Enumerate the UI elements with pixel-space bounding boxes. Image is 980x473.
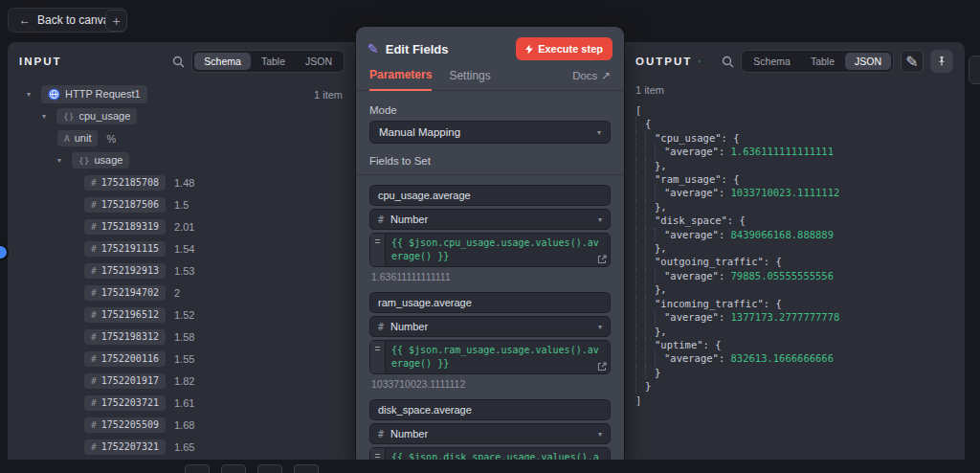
schema-number-row[interactable]: # 1752192913 1.53 (8, 259, 356, 282)
number-type-icon: # (91, 442, 97, 452)
pager-button[interactable] (185, 464, 210, 473)
value-text: 1.5 (174, 199, 189, 211)
input-number-rows: # 1752185708 1.48 # 1752187506 1.5 # 175… (8, 171, 356, 456)
output-title: OUTPUT (635, 56, 692, 67)
json-line: "average": 8439066168.888889 (635, 228, 953, 241)
schema-string-row[interactable]: A unit % (8, 127, 356, 149)
value-text: 1.58 (174, 331, 194, 343)
expression-code[interactable]: {{ $json.cpu_usage.usage.values().averag… (386, 234, 610, 266)
pager-button[interactable] (221, 464, 246, 473)
expression-editor[interactable]: = {{ $json.disk_space.usage.values().ave… (369, 447, 611, 460)
json-view[interactable]: [ { "cpu_usage": { "average": 1.63611111… (624, 103, 965, 407)
timestamp-key: 1752203721 (101, 398, 159, 408)
output-panel: OUTPUT i Schema Table JSON ✎ (624, 42, 965, 460)
number-type-icon: # (91, 178, 97, 188)
field-name-input[interactable]: ram_usage.average (369, 292, 611, 313)
schema-number-row[interactable]: # 1752191115 1.54 (8, 237, 356, 259)
schema-number-row[interactable]: # 1752194702 2 (8, 282, 356, 304)
field-name-input[interactable]: disk_space.average (369, 399, 611, 420)
schema-number-row[interactable]: # 1752203721 1.61 (8, 392, 356, 414)
node-header: ✎ Edit Fields Execute step (356, 27, 624, 65)
expression-code[interactable]: {{ $json.disk_space.usage.values().avera… (386, 448, 610, 460)
key-pill: {} usage (72, 152, 129, 169)
output-tab-json[interactable]: JSON (845, 53, 891, 70)
key-pill: # 1752200116 (84, 351, 166, 367)
bottom-strip (0, 460, 980, 473)
tab-parameters[interactable]: Parameters (369, 68, 432, 91)
mode-label: Mode (369, 104, 611, 116)
field-type-select[interactable]: # Number ▾ (369, 316, 611, 337)
timestamp-key: 1752200116 (101, 354, 159, 364)
tab-settings[interactable]: Settings (449, 69, 490, 90)
chevron-down-icon[interactable]: ▾ (57, 156, 66, 165)
schema-number-row[interactable]: # 1752198312 1.58 (8, 326, 356, 348)
schema-number-row[interactable]: # 1752205509 1.68 (8, 414, 356, 436)
json-line: }, (635, 159, 953, 172)
info-icon[interactable]: i (707, 55, 709, 68)
input-tab-json[interactable]: JSON (296, 53, 342, 70)
field-type-select[interactable]: # Number ▾ (369, 423, 611, 444)
key-pill: # 1752207321 (84, 439, 166, 455)
timestamp-key: 1752187506 (101, 200, 159, 210)
field-card: ram_usage.average # Number ▾ = {{ $json.… (369, 292, 611, 390)
json-line: "ram_usage": { (635, 172, 953, 186)
schema-number-row[interactable]: # 1752207321 1.65 (8, 436, 356, 456)
pager-button[interactable] (257, 464, 282, 473)
schema-number-row[interactable]: # 1752189319 2.01 (8, 215, 356, 237)
execute-step-button[interactable]: Execute step (516, 37, 612, 60)
schema-number-row[interactable]: # 1752200116 1.55 (8, 348, 356, 370)
pager-button[interactable] (294, 464, 319, 473)
field-name-input[interactable]: cpu_usage.average (369, 185, 611, 206)
expression-code[interactable]: {{ $json.ram_usage.usage.values().averag… (386, 341, 610, 373)
docs-link[interactable]: Docs ↗ (572, 69, 611, 90)
input-tab-schema[interactable]: Schema (194, 53, 251, 70)
output-tab-table[interactable]: Table (801, 53, 844, 70)
field-card: cpu_usage.average # Number ▾ = {{ $json.… (369, 185, 611, 282)
schema-number-row[interactable]: # 1752185708 1.48 (8, 171, 356, 193)
expression-editor[interactable]: = {{ $json.ram_usage.usage.values().aver… (369, 340, 611, 374)
input-panel-header: INPUT Schema Table JSON (8, 42, 356, 80)
pin-data-button[interactable] (930, 50, 953, 73)
key-pill: # 1752189319 (84, 219, 166, 235)
node-name-pill[interactable]: HTTP Request1 (41, 85, 147, 103)
schema-number-row[interactable]: # 1752201917 1.82 (8, 370, 356, 392)
mode-select[interactable]: Manual Mapping ▾ (369, 121, 611, 144)
value-text: 1.82 (174, 375, 194, 387)
chevron-down-icon[interactable]: ▾ (42, 112, 51, 121)
number-type-icon: # (91, 222, 97, 232)
field-card: disk_space.average # Number ▾ = {{ $json… (369, 399, 611, 460)
expression-editor[interactable]: = {{ $json.cpu_usage.usage.values().aver… (369, 233, 611, 267)
timestamp-key: 1752189319 (101, 222, 159, 232)
schema-object-row[interactable]: ▾ {} cpu_usage (8, 105, 356, 127)
schema-object-row[interactable]: ▾ {} usage (8, 149, 356, 171)
expand-expression-icon[interactable] (597, 255, 607, 264)
chevron-down-icon[interactable]: ▾ (27, 90, 35, 99)
search-icon[interactable] (722, 56, 734, 68)
field-type-select[interactable]: # Number ▾ (369, 209, 611, 230)
expand-expression-icon[interactable] (597, 362, 607, 372)
json-line: }, (635, 282, 953, 296)
success-check-icon (699, 55, 701, 68)
number-type-icon: # (378, 322, 384, 332)
json-line: "average": 1033710023.1111112 (635, 186, 953, 199)
json-line: "average": 1377173.2777777778 (635, 310, 953, 324)
add-button[interactable]: + (105, 10, 127, 32)
value-text: 1.61 (174, 397, 194, 409)
json-line: "cpu_usage": { (635, 131, 953, 145)
schema-number-row[interactable]: # 1752196512 1.52 (8, 304, 356, 326)
value-text: 2.01 (174, 221, 194, 233)
output-panel-header: OUTPUT i Schema Table JSON ✎ (624, 42, 965, 80)
edit-output-button[interactable]: ✎ (901, 50, 924, 73)
equals-gutter: = (370, 234, 386, 266)
output-tab-schema[interactable]: Schema (744, 53, 800, 70)
search-icon[interactable] (172, 56, 185, 68)
schema-number-row[interactable]: # 1752187506 1.5 (8, 193, 356, 215)
json-line: [ (635, 103, 953, 117)
node-tabs: Parameters Settings Docs ↗ (356, 65, 624, 91)
schema-root-row[interactable]: ▾ HTTP Request1 1 item (8, 83, 356, 105)
field-name-value: cpu_usage.average (378, 190, 471, 201)
number-type-icon: # (91, 200, 97, 210)
timestamp-key: 1752198312 (101, 332, 159, 342)
parameters-body: Mode Manual Mapping ▾ Fields to Set cpu_… (356, 91, 624, 460)
input-tab-table[interactable]: Table (252, 53, 295, 70)
